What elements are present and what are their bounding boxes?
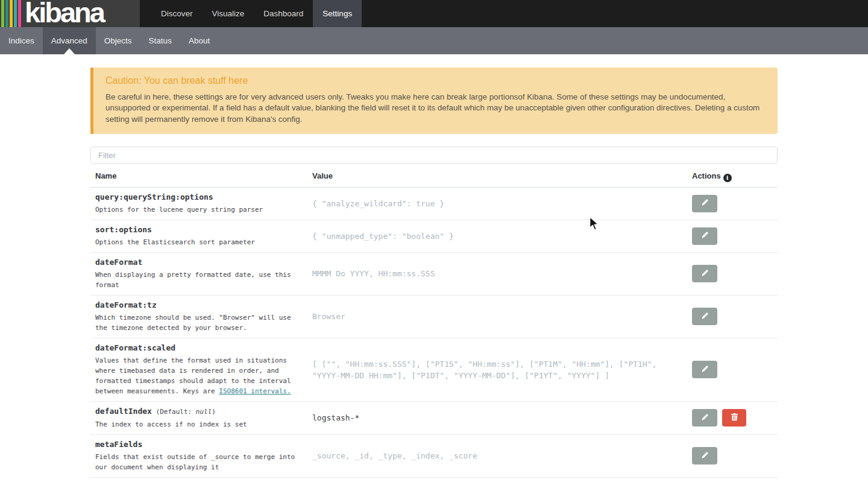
kibana-logo[interactable]: kibana [0, 0, 140, 27]
column-header-value: Value [312, 171, 687, 182]
subnav-item-status[interactable]: Status [140, 27, 180, 54]
table-body: query:queryString:options Options for th… [90, 188, 778, 482]
iso8601-intervals-link[interactable]: ISO8601 intervals. [219, 387, 291, 395]
setting-value: [ ["", "HH:mm:ss.SSS"], ["PT1S", "HH:mm:… [312, 343, 687, 396]
setting-value: _source, _id, _type, _index, _score [312, 440, 687, 472]
edit-setting-button[interactable] [692, 308, 717, 325]
setting-value: { "unmapped_type": "boolean" } [312, 225, 687, 247]
advanced-settings-page: Caution: You can break stuff here Be car… [90, 54, 778, 482]
setting-description: The index to access if no index is set [95, 419, 306, 430]
setting-name: sort:options [95, 225, 306, 234]
setting-value: Browser [312, 300, 687, 333]
pencil-icon [701, 231, 709, 241]
setting-description: Options for the lucene query string pars… [95, 205, 306, 215]
column-header-actions-label: Actions [692, 171, 721, 180]
filter-input[interactable] [90, 147, 778, 164]
setting-name: query:queryString:options [95, 192, 306, 201]
subnav-item-indices[interactable]: Indices [0, 27, 43, 54]
setting-name: dateFormat [95, 258, 306, 267]
subnav-item-objects[interactable]: Objects [96, 27, 140, 54]
setting-value: { "analyze_wildcard": true } [312, 192, 687, 215]
settings-subnav: Indices Advanced Objects Status About [0, 27, 868, 54]
setting-value: logstash-* [312, 407, 687, 430]
setting-description: Fields that exist outside of _source to … [95, 452, 306, 472]
nav-item-visualize[interactable]: Visualize [203, 0, 254, 27]
edit-setting-button[interactable] [692, 227, 717, 245]
top-navbar: kibana Discover Visualize Dashboard Sett… [0, 0, 868, 27]
subnav-item-about[interactable]: About [180, 27, 218, 54]
top-nav-items: Discover Visualize Dashboard Settings [151, 0, 362, 27]
table-row: metaFields Fields that exist outside of … [90, 435, 778, 478]
nav-item-settings[interactable]: Settings [313, 0, 362, 27]
setting-name: dateFormat:scaled [95, 343, 306, 352]
kibana-logo-stripes [0, 0, 22, 27]
table-row: query:queryString:options Options for th… [90, 188, 778, 220]
caution-body: Be careful in here, these settings are f… [105, 92, 766, 125]
edit-setting-button[interactable] [692, 361, 717, 378]
caution-title: Caution: You can break stuff here [105, 75, 766, 86]
edit-setting-button[interactable] [692, 409, 717, 427]
pencil-icon [701, 312, 709, 322]
pencil-icon [701, 413, 709, 423]
column-header-actions: Actionsi [687, 171, 773, 182]
logo-stripe-teal [14, 0, 17, 27]
subnav-item-advanced[interactable]: Advanced [43, 27, 96, 54]
column-header-name: Name [95, 171, 312, 182]
setting-name: defaultIndex (Default: null) [95, 407, 306, 416]
trash-icon [731, 413, 738, 423]
settings-table: Name Value Actionsi query:queryString:op… [90, 164, 778, 482]
nav-item-discover[interactable]: Discover [151, 0, 203, 27]
setting-name: metaFields [95, 440, 306, 449]
table-row: defaultIndex (Default: null) The index t… [90, 402, 778, 435]
nav-item-dashboard[interactable]: Dashboard [254, 0, 313, 27]
info-icon[interactable]: i [723, 174, 732, 182]
pencil-icon [701, 451, 709, 461]
pencil-icon [701, 365, 709, 375]
caution-callout: Caution: You can break stuff here Be car… [90, 68, 778, 134]
table-row: sort:options Options the Elasticsearch s… [90, 220, 778, 253]
table-header-row: Name Value Actionsi [90, 164, 778, 188]
logo-stripe-yellow [10, 0, 13, 27]
edit-setting-button[interactable] [692, 195, 717, 212]
setting-description: When displaying a pretty formatted date,… [95, 270, 306, 290]
table-row: dateFormat When displaying a pretty form… [90, 253, 778, 296]
setting-description: Options the Elasticsearch sort parameter [95, 237, 306, 247]
pencil-icon [701, 198, 709, 208]
table-row: dateFormat:scaled Values that define the… [90, 338, 778, 402]
setting-description: Values that define the format used in si… [95, 355, 306, 396]
setting-name: dateFormat:tz [95, 300, 306, 309]
logo-stripe-dark-teal [5, 0, 8, 27]
setting-value: MMMM Do YYYY, HH:mm:ss.SSS [312, 258, 687, 290]
logo-stripe-pink [18, 0, 21, 27]
delete-setting-button[interactable] [722, 409, 746, 427]
table-row: dateFormat:tz Which timezone should be u… [90, 296, 778, 338]
logo-stripe-green [1, 0, 4, 27]
kibana-logo-text: kibana [22, 0, 104, 27]
pencil-icon [701, 269, 709, 279]
setting-description: Which timezone should be used. "Browser"… [95, 312, 306, 333]
edit-setting-button[interactable] [692, 265, 717, 282]
table-row: discover:sampleSize [90, 478, 778, 482]
edit-setting-button[interactable] [692, 447, 717, 465]
